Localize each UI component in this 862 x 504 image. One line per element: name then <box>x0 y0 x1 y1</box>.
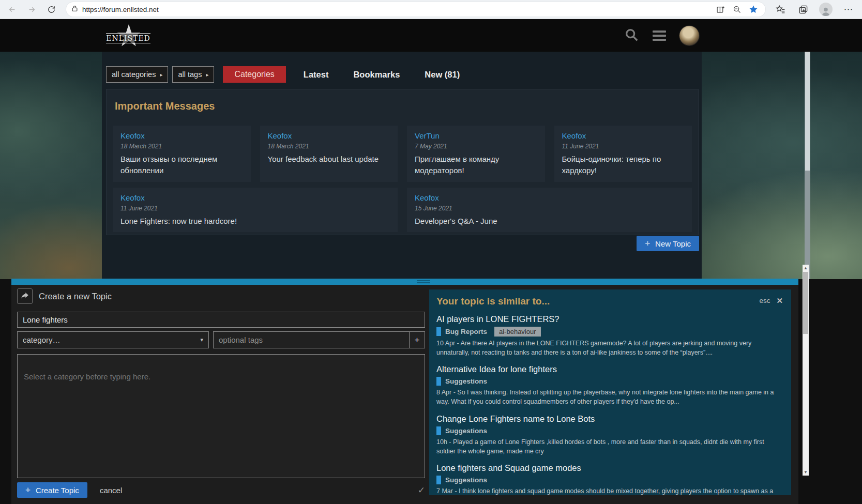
topic-excerpt: 10 Apr - Are there AI players in the LON… <box>436 339 783 357</box>
page-scrollbar[interactable] <box>805 52 810 279</box>
site-logo[interactable]: ★ ENLISTED <box>106 22 150 51</box>
browser-toolbar: https://forum.enlisted.net ⋯ <box>0 0 862 19</box>
new-topic-button[interactable]: + New Topic <box>637 236 699 251</box>
scroll-up-icon[interactable]: ▲ <box>804 265 808 271</box>
topic-date: 11 June 2021 <box>562 143 685 150</box>
forward-icon[interactable] <box>24 2 39 17</box>
plus-icon: + <box>25 485 31 495</box>
topic-card[interactable]: Keofox 18 March 2021 Your feedback about… <box>260 126 398 182</box>
topic-date: 15 June 2021 <box>415 205 684 212</box>
similar-title: Your topic is similar to... <box>436 296 550 307</box>
new-topic-label: New Topic <box>655 239 691 248</box>
topic-author-link[interactable]: Keofox <box>562 131 685 140</box>
topic-date: 7 May 2021 <box>415 143 537 150</box>
zoom-out-icon[interactable] <box>730 3 744 16</box>
drag-handle-icon[interactable] <box>417 280 430 283</box>
topic-author-link[interactable]: Keofox <box>415 193 684 202</box>
similar-topic-title[interactable]: Alternative Idea for lone fighters <box>436 364 783 374</box>
address-bar[interactable]: https://forum.enlisted.net <box>66 2 765 17</box>
similar-topic[interactable]: Alternative Idea for lone fighters Sugge… <box>436 364 783 406</box>
similar-topic[interactable]: AI players in LONE FIGHTERS? Bug Reports… <box>436 314 783 357</box>
user-avatar[interactable] <box>679 26 699 45</box>
all-categories-dropdown[interactable]: all categories ▸ <box>106 66 168 83</box>
topic-card[interactable]: Keofox 18 March 2021 Ваши отзывы о после… <box>113 126 251 182</box>
category-badge <box>436 426 441 435</box>
collections-icon[interactable] <box>795 2 811 17</box>
create-topic-label: Create Topic <box>36 486 79 495</box>
split-screen-icon[interactable] <box>714 3 727 16</box>
topic-card[interactable]: Keofox 11 June 2021 Lone Fighters: now t… <box>113 188 398 233</box>
topic-title-link[interactable]: Developer's Q&A - June <box>415 216 684 227</box>
category-badge <box>436 377 441 386</box>
composer-header: Create a new Topic <box>39 292 112 301</box>
close-icon[interactable]: ✕ <box>776 296 783 306</box>
category-badge <box>436 327 441 336</box>
bookmark-star-icon[interactable] <box>747 3 760 16</box>
category-name[interactable]: Suggestions <box>445 427 487 435</box>
plus-icon: + <box>645 238 650 249</box>
similar-scrollbar[interactable]: ▲ ▼ <box>803 265 809 476</box>
site-header: ★ ENLISTED <box>0 19 862 52</box>
category-name[interactable]: Suggestions <box>445 377 487 385</box>
url-text[interactable]: https://forum.enlisted.net <box>82 6 710 13</box>
topic-title-link[interactable]: Ваши отзывы о последнем обновлении <box>120 154 243 176</box>
tags-input[interactable]: optional tags + <box>213 331 425 348</box>
search-icon[interactable] <box>624 27 639 44</box>
tab-latest[interactable]: Latest <box>291 70 341 80</box>
category-name[interactable]: Suggestions <box>445 476 487 484</box>
similar-scrollbar-thumb[interactable] <box>803 272 808 334</box>
similar-topic[interactable]: Lone fighters and Squad game modes Sugge… <box>436 463 783 495</box>
topic-card[interactable]: Keofox 15 June 2021 Developer's Q&A - Ju… <box>407 188 692 233</box>
browser-profile-avatar[interactable] <box>818 2 834 17</box>
browser-menu-icon[interactable]: ⋯ <box>841 2 856 17</box>
scroll-down-icon[interactable]: ▼ <box>804 469 808 476</box>
esc-hint: esc <box>759 296 770 304</box>
topic-title-link[interactable]: Your feedback about last update <box>268 154 390 165</box>
important-messages-panel: Important Messages Keofox 18 March 2021 … <box>106 89 699 235</box>
cancel-link[interactable]: cancel <box>100 486 122 495</box>
forum-nav: all categories ▸ all tags ▸ Categories L… <box>106 66 472 83</box>
topic-author-link[interactable]: VerTun <box>415 131 537 140</box>
topic-date: 18 March 2021 <box>268 143 390 150</box>
create-topic-button[interactable]: + Create Topic <box>17 482 87 498</box>
topic-card[interactable]: VerTun 7 May 2021 Приглашаем в команду м… <box>407 126 545 182</box>
topic-tag[interactable]: ai-behaviour <box>494 327 541 337</box>
section-title: Important Messages <box>115 100 692 112</box>
back-icon[interactable] <box>4 2 20 17</box>
tab-bookmarks[interactable]: Bookmarks <box>341 70 412 80</box>
logo-text: ENLISTED <box>106 33 150 43</box>
composer-grippie[interactable] <box>11 279 798 285</box>
chevron-right-icon: ▸ <box>206 72 208 78</box>
topic-title-link[interactable]: Приглашаем в команду модераторов! <box>415 154 537 176</box>
favorites-icon[interactable] <box>773 2 788 17</box>
all-tags-label: all tags <box>178 70 202 79</box>
lock-icon <box>71 5 78 14</box>
topic-card[interactable]: Keofox 11 June 2021 Бойцы-одиночки: тепе… <box>554 126 692 182</box>
topic-body-textarea[interactable] <box>17 354 425 478</box>
similar-topic-title[interactable]: Change Lone Fighters name to Lone Bots <box>436 414 783 424</box>
similar-topic-title[interactable]: AI players in LONE FIGHTERS? <box>436 314 783 324</box>
topic-date: 18 March 2021 <box>120 143 243 150</box>
similar-topic[interactable]: Change Lone Fighters name to Lone Bots S… <box>436 414 783 456</box>
topic-title-link[interactable]: Lone Fighters: now true hardcore! <box>120 216 390 227</box>
category-select[interactable]: category… ▾ <box>17 331 209 348</box>
all-tags-dropdown[interactable]: all tags ▸ <box>172 66 214 83</box>
topic-excerpt: 10h - Played a game of Lone Fighters ,ki… <box>436 437 783 456</box>
topic-author-link[interactable]: Keofox <box>120 193 390 202</box>
add-tag-icon[interactable]: + <box>409 332 425 348</box>
topic-author-link[interactable]: Keofox <box>120 131 243 140</box>
topic-title-input[interactable] <box>17 312 425 328</box>
similar-topic-title[interactable]: Lone fighters and Squad game modes <box>436 463 783 473</box>
category-badge <box>436 476 441 484</box>
page-scrollbar-thumb[interactable] <box>805 52 810 171</box>
topic-author-link[interactable]: Keofox <box>268 131 390 140</box>
tab-new[interactable]: New (81) <box>412 70 472 80</box>
menu-icon[interactable] <box>653 28 666 43</box>
category-name[interactable]: Bug Reports <box>445 328 487 335</box>
reply-arrow-icon <box>17 288 33 304</box>
topic-title-link[interactable]: Бойцы-одиночки: теперь по хардкору! <box>562 154 685 176</box>
tab-categories[interactable]: Categories <box>223 66 285 83</box>
tags-placeholder: optional tags <box>219 335 263 344</box>
refresh-icon[interactable] <box>43 2 59 17</box>
chevron-right-icon: ▸ <box>160 72 162 78</box>
